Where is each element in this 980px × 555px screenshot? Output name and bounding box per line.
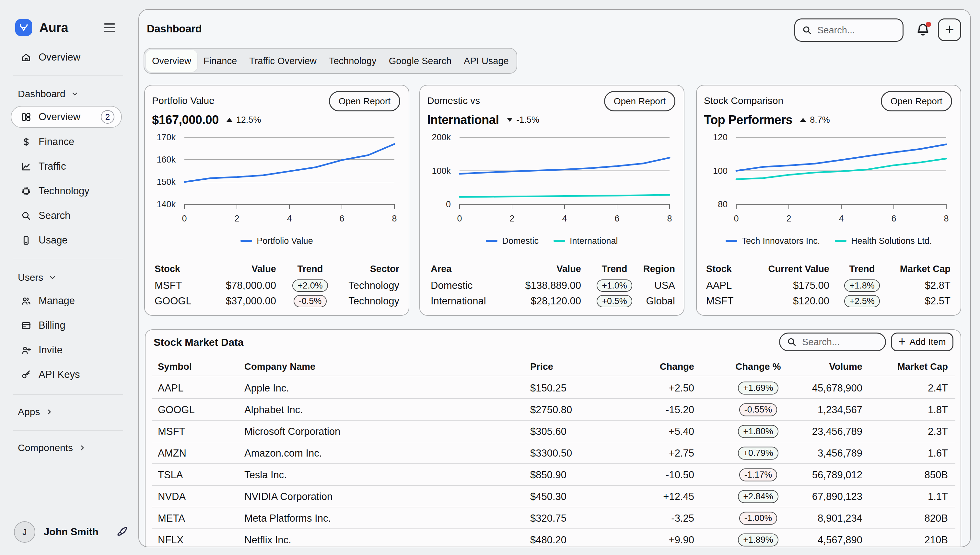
paintbrush-icon bbox=[116, 525, 129, 538]
market-row-aapl[interactable]: AAPLApple Inc.$150.25+2.50+1.69%45,678,9… bbox=[158, 377, 954, 399]
market-cell: $450.30 bbox=[530, 491, 645, 502]
user-profile[interactable]: J John Smith bbox=[14, 521, 124, 543]
market-cell: +0.79% bbox=[701, 446, 816, 459]
chev-down bbox=[71, 90, 79, 98]
tab-technology[interactable]: Technology bbox=[323, 50, 383, 72]
notifications-button[interactable] bbox=[915, 22, 930, 38]
market-cell: +2.50 bbox=[645, 382, 701, 394]
market-cell: +2.84% bbox=[701, 490, 816, 503]
tab-traffic-overview[interactable]: Traffic Overview bbox=[243, 50, 323, 72]
brand-name: Aura bbox=[39, 21, 68, 35]
card-table-cell: $78,000.00 bbox=[203, 278, 276, 294]
svg-text:6: 6 bbox=[339, 214, 344, 223]
tab-google-search[interactable]: Google Search bbox=[383, 50, 458, 72]
trend-pill: -0.55% bbox=[739, 403, 777, 416]
line-chart: 1201008002468 bbox=[697, 85, 961, 231]
card-table-cell: $2.5T bbox=[895, 294, 951, 309]
search-icon bbox=[787, 337, 797, 347]
card-table-header: Trend bbox=[276, 260, 344, 278]
sidebar-item-api-keys[interactable]: API Keys bbox=[11, 364, 122, 386]
sidebar-item-billing[interactable]: Billing bbox=[11, 314, 122, 337]
market-cell: 23,456,789 bbox=[816, 425, 869, 437]
menu-toggle-icon[interactable] bbox=[104, 23, 115, 32]
add-button[interactable]: + bbox=[938, 18, 961, 41]
sidebar-section-dashboard[interactable]: Dashboard bbox=[18, 87, 79, 101]
market-row-nflx[interactable]: NFLXNetflix Inc.$480.20+9.90+1.89%4,567,… bbox=[158, 529, 954, 547]
card-table-cell: $37,000.00 bbox=[203, 294, 276, 309]
sidebar-section-users[interactable]: Users bbox=[18, 270, 57, 285]
market-row-googl[interactable]: GOOGLAlphabet Inc.$2750.80-15.20-0.55%1,… bbox=[158, 399, 954, 420]
search-input[interactable] bbox=[817, 25, 882, 35]
market-header: Change bbox=[645, 361, 701, 372]
market-row-tsla[interactable]: TSLATesla Inc.$850.90-10.50-1.17%56,789,… bbox=[158, 464, 954, 486]
svg-text:8: 8 bbox=[392, 214, 397, 223]
card-table-header: Value bbox=[203, 260, 276, 278]
page-title: Dashboard bbox=[147, 22, 202, 35]
card-table-cell: Domestic bbox=[431, 278, 486, 294]
market-cell: $305.60 bbox=[530, 425, 645, 437]
card-table-cell: AAPL bbox=[706, 278, 758, 294]
svg-text:4: 4 bbox=[562, 214, 567, 223]
market-cell: 1.1T bbox=[869, 491, 954, 502]
market-row-meta[interactable]: METAMeta Platforms Inc.$320.75-3.25-1.00… bbox=[158, 507, 954, 529]
market-row-nvda[interactable]: NVDANVIDIA Corporation$450.30+12.45+2.84… bbox=[158, 486, 954, 507]
chev-right bbox=[45, 407, 53, 416]
sidebar-divider bbox=[13, 394, 123, 395]
tab-overview[interactable]: Overview bbox=[146, 50, 197, 72]
market-cell: NVIDIA Corporation bbox=[245, 491, 530, 502]
market-cell: AMZN bbox=[158, 447, 245, 459]
sidebar-section-apps[interactable]: Apps bbox=[18, 405, 53, 419]
sidebar-item-overview-top[interactable]: Overview bbox=[11, 46, 122, 68]
market-search[interactable] bbox=[779, 332, 886, 351]
svg-text:0: 0 bbox=[457, 214, 462, 223]
market-cell: Netflix Inc. bbox=[245, 534, 530, 545]
market-search-input[interactable] bbox=[802, 337, 861, 347]
sidebar-item-usage[interactable]: Usage bbox=[11, 229, 122, 251]
market-cell: 67,890,123 bbox=[816, 491, 869, 502]
sidebar-item-finance[interactable]: Finance bbox=[11, 131, 122, 153]
svg-text:8: 8 bbox=[944, 214, 949, 223]
market-header: Volume bbox=[816, 361, 869, 372]
tab-api-usage[interactable]: API Usage bbox=[458, 50, 515, 72]
sidebar-section-components[interactable]: Components bbox=[18, 441, 87, 455]
market-cell: -1.17% bbox=[701, 468, 816, 481]
person-add-icon bbox=[21, 345, 31, 356]
market-cell: +5.40 bbox=[645, 425, 701, 437]
sidebar-item-manage[interactable]: Manage bbox=[11, 290, 122, 312]
grid-icon bbox=[21, 112, 31, 122]
market-title: Stock Market Data bbox=[154, 337, 243, 348]
main-panel: Dashboard + OverviewFinanceTraffic Overv… bbox=[138, 9, 971, 547]
chart-legend: Portfolio Value bbox=[145, 233, 409, 249]
card-domestic-vs: Domestic vsOpen ReportInternational-1.5%… bbox=[419, 85, 684, 316]
market-cell: Alphabet Inc. bbox=[245, 404, 530, 415]
market-cell: +1.69% bbox=[701, 382, 816, 395]
market-cell: +9.90 bbox=[645, 534, 701, 545]
market-cell: AAPL bbox=[158, 382, 245, 394]
credit-card-icon bbox=[21, 320, 31, 331]
card-table-cell: +2.0% bbox=[276, 278, 344, 294]
paintbrush-icon[interactable] bbox=[116, 525, 129, 538]
card-table-cell: +2.5% bbox=[829, 294, 895, 309]
market-row-amzn[interactable]: AMZNAmazon.com Inc.$3300.50+2.75+0.79%3,… bbox=[158, 442, 954, 464]
market-cell: Meta Platforms Inc. bbox=[245, 512, 530, 524]
tab-bar: OverviewFinanceTraffic OverviewTechnolog… bbox=[143, 48, 517, 74]
market-row-msft[interactable]: MSFTMicrosoft Corporation$305.60+5.40+1.… bbox=[158, 420, 954, 442]
tab-finance[interactable]: Finance bbox=[197, 50, 243, 72]
svg-text:8: 8 bbox=[667, 214, 672, 223]
card-table-header: Value bbox=[486, 260, 581, 278]
home-icon bbox=[21, 52, 31, 63]
sidebar-item-overview[interactable]: Overview2 bbox=[11, 106, 122, 128]
sidebar-item-traffic[interactable]: Traffic bbox=[11, 156, 122, 178]
header-search[interactable] bbox=[794, 18, 904, 42]
sidebar-item-search[interactable]: Search bbox=[11, 205, 122, 227]
sidebar-divider bbox=[13, 75, 123, 76]
trend-pill: -0.5% bbox=[294, 295, 327, 307]
add-item-button[interactable]: + Add Item bbox=[891, 332, 953, 351]
market-cell: 56,789,012 bbox=[816, 469, 869, 481]
user-name: John Smith bbox=[44, 526, 98, 538]
sidebar-item-invite[interactable]: Invite bbox=[11, 339, 122, 361]
chart-legend: DomesticInternational bbox=[420, 233, 684, 249]
svg-text:0: 0 bbox=[734, 214, 739, 223]
sidebar-item-technology[interactable]: Technology bbox=[11, 180, 122, 202]
phone-icon bbox=[21, 235, 31, 246]
